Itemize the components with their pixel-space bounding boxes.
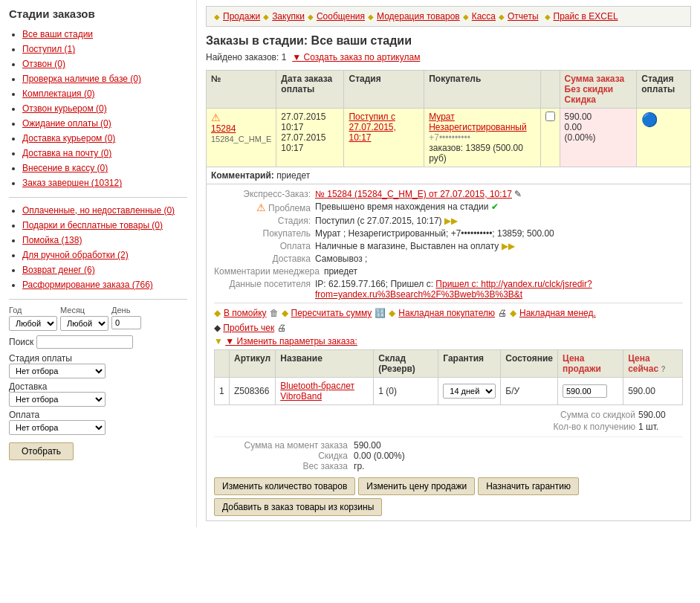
trash-action[interactable]: В помойку (224, 308, 267, 318)
manager-comment-value: приедет (324, 266, 683, 277)
sidebar: Стадии заказов Все ваши стадии Поступил … (0, 0, 197, 527)
recalc-action[interactable]: Пересчитать сумму (291, 308, 372, 318)
stage-payment-select[interactable]: Нет отбора (9, 364, 106, 378)
link-courier-callback[interactable]: Отзвон курьером (0) (22, 103, 107, 114)
sidebar-links-primary: Все ваши стадии Поступил (1) Отзвон (0) … (9, 28, 187, 190)
month-label: Месяц (60, 306, 108, 315)
day-col: День (111, 306, 141, 329)
payment-select[interactable]: Нет отбора (9, 420, 106, 435)
order-id-link[interactable]: 15284 (211, 123, 236, 134)
express-link[interactable]: № 15284 (15284_C_HM_E) от 27.07.2015, 10… (315, 189, 512, 199)
link-disassemble[interactable]: Расформирование заказа (766) (22, 280, 153, 290)
order-date-cell: 27.07.2015 10:17 27.07.2015 10:17 (276, 109, 344, 167)
qty-value: 1 шт. (638, 422, 683, 432)
stage-row: Стадия: Поступил (с 27.07.2015, 10:17) ▶… (214, 216, 683, 226)
visitor-ip: IP: 62.159.77.166; (315, 279, 388, 289)
day-input[interactable] (111, 316, 141, 329)
visitor-value: IP: 62.159.77.166; Пришел с: Пришел с: h… (315, 279, 683, 300)
add-from-cart-button[interactable]: Добавить в заказ товары из корзины (214, 498, 382, 516)
change-qty-button[interactable]: Изменить количество товаров (214, 477, 355, 495)
nav-cashier[interactable]: Касса (472, 11, 496, 22)
nav-sales[interactable]: Продажи (223, 11, 260, 22)
buyer-orders: заказов: 13859 (500.00 руб) (429, 143, 523, 164)
change-params-link[interactable]: ▼ Изменить параметры заказа: (225, 336, 357, 346)
filter-button[interactable]: Отобрать (9, 442, 74, 460)
list-item: Расформирование заказа (766) (22, 278, 187, 291)
link-cashier[interactable]: Внесение в кассу (0) (22, 163, 108, 173)
oplata-icon[interactable]: ▶▶ (502, 241, 515, 251)
item-guarantee: 14 дней (438, 378, 501, 405)
visitor-referer-label: Пришел с: (390, 279, 435, 289)
delivery-select[interactable]: Нет отбора (9, 392, 106, 407)
list-item: Поступил (1) (22, 42, 187, 56)
info-icon-now: ? (661, 365, 666, 373)
table-row: ⚠ 15284 15284_C_HM_E 27.07.2015 10:17 27… (207, 109, 691, 167)
change-params[interactable]: ▼ ▼ Изменить параметры заказа: (214, 336, 683, 346)
edit-icon[interactable]: ✎ (514, 189, 522, 199)
order-date: 27.07.2015 10:17 (281, 112, 325, 132)
nav-messages[interactable]: Сообщения (317, 11, 365, 22)
guarantee-select[interactable]: 14 дней (443, 384, 496, 399)
th-name: Название (276, 350, 374, 378)
search-input[interactable] (36, 335, 133, 349)
main-content: ◆ Продажи ◆ Закупки ◆ Сообщения ◆ Модера… (197, 0, 700, 527)
totals-section: Сумма со скидкой 590.00 Кол-во к получен… (214, 410, 683, 432)
diamond-icon: ◆ (499, 13, 505, 21)
link-completed[interactable]: Заказ завершен (10312) (22, 178, 122, 188)
link-mail-delivery[interactable]: Доставка на почту (0) (22, 148, 111, 158)
link-manual[interactable]: Для ручной обработки (2) (22, 250, 129, 260)
link-trash[interactable]: Помойка (138) (22, 235, 82, 245)
moment-sum-label: Сумма на момент заказа (214, 440, 348, 451)
link-waiting-payment[interactable]: Ожидание оплаты (0) (22, 118, 111, 129)
create-order-link[interactable]: ▼ Создать заказ по артикулам (292, 52, 420, 62)
list-item: Заказ завершен (10312) (22, 176, 187, 190)
print-check-action[interactable]: Пробить чек (223, 323, 274, 333)
nav-reports[interactable]: Отчеты (508, 11, 538, 22)
ok-icon: ✔ (491, 201, 499, 212)
year-select[interactable]: Любой (9, 316, 57, 331)
sum-discount-row: Сумма со скидкой 590.00 (214, 410, 683, 420)
link-callback[interactable]: Отзвон (0) (22, 59, 65, 69)
nav-purchases[interactable]: Закупки (272, 11, 305, 22)
order-checkbox[interactable] (545, 112, 555, 121)
link-paid-undelivered[interactable]: Оплаченные, но недоставленные (0) (22, 205, 175, 216)
link-refund[interactable]: Возврат денег (6) (22, 265, 95, 275)
sum-discount-value: 590.00 (638, 410, 683, 420)
order-discount-pct: (0.00%) (565, 132, 596, 143)
invoice-buyer-action[interactable]: Накладная покупателю (398, 308, 495, 318)
buyer-detail-value: Мурат ; Незарегистрированный; +7••••••••… (315, 228, 683, 239)
month-select[interactable]: Любой (60, 316, 108, 331)
buyer-name-link[interactable]: Мурат Незарегистрированный (429, 112, 526, 132)
diamond-icon: ◆ (263, 13, 269, 21)
link-check-stock[interactable]: Проверка наличие в базе (0) (22, 74, 141, 84)
order-buyer-cell: Мурат Незарегистрированный +7•••••••••• … (424, 109, 540, 167)
diamond-icon: ◆ (214, 13, 220, 21)
delivery-label: Доставка (9, 381, 48, 392)
moment-sum-value: 590.00 (354, 440, 381, 451)
discount-row: Скидка 0.00 (0.00%) (214, 451, 683, 461)
orders-table: № Дата заказа оплаты Стадия Покупатель С… (206, 70, 691, 184)
stage-value: Поступил (с 27.07.2015, 10:17) ▶▶ (315, 216, 683, 226)
price-sale-input[interactable] (563, 384, 607, 398)
invoice-manager-action[interactable]: Накладная менед. (519, 308, 596, 318)
date-filter: Год Любой Месяц Любой День (9, 306, 187, 331)
link-received[interactable]: Поступил (1) (22, 44, 75, 54)
link-gifts[interactable]: Подарки и бесплатные товары (0) (22, 220, 163, 230)
set-guarantee-button[interactable]: Назначить гарантию (478, 477, 579, 495)
link-courier-delivery[interactable]: Доставка курьером (0) (22, 133, 115, 144)
page-title: Заказы в стадии: Все ваши стадии (206, 34, 691, 48)
change-price-button[interactable]: Изменить цену продажи (358, 477, 475, 495)
th-guarantee: Гарантия (438, 350, 501, 378)
list-item: Отзвон (0) (22, 57, 187, 71)
list-item: Помойка (138) (22, 233, 187, 247)
link-packing[interactable]: Комплектация (0) (22, 88, 95, 99)
nav-moderation[interactable]: Модерация товаров (377, 11, 460, 22)
diamond-icon: ◆ (214, 323, 221, 333)
payment-label: Оплата (9, 410, 39, 420)
item-name-link[interactable]: Bluetooth-браслет VibroBand (280, 381, 354, 402)
stage-action-icon[interactable]: ▶▶ (444, 216, 458, 226)
link-all-stages[interactable]: Все ваши стадии (22, 29, 93, 39)
nav-excel[interactable]: Прайс в EXCEL (554, 11, 618, 22)
order-stage-link[interactable]: Поступил с 27.07.2015, 10:17 (349, 112, 395, 143)
trash-icon: 🗑 (270, 308, 279, 318)
